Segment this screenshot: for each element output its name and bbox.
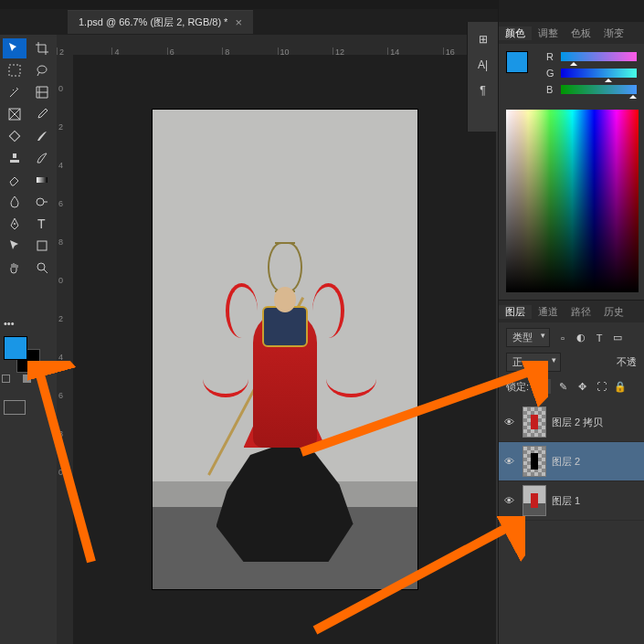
default-colors-icon[interactable] <box>2 375 10 383</box>
ruler-tick: 4 <box>58 161 71 170</box>
color-spectrum[interactable] <box>506 110 639 292</box>
panel-fg-swatch[interactable] <box>506 51 528 73</box>
svg-point-6 <box>14 223 16 225</box>
tab-channels[interactable]: 通道 <box>532 305 565 319</box>
layer-thumbnail[interactable] <box>523 446 546 477</box>
blur-tool[interactable] <box>3 192 26 212</box>
ruler-tick: 2 <box>58 122 71 132</box>
tab-color[interactable]: 颜色 <box>499 26 532 40</box>
layer-item[interactable]: 👁图层 2 <box>499 442 644 481</box>
filter-shape-icon[interactable]: ▭ <box>610 331 625 345</box>
foreground-color-swatch[interactable] <box>4 336 27 360</box>
svg-point-9 <box>37 263 45 270</box>
shape-tool[interactable] <box>30 236 54 256</box>
tool-palette: T ••• <box>0 35 57 644</box>
lock-position-icon[interactable]: ✥ <box>575 379 589 394</box>
type-tool[interactable]: T <box>30 214 54 234</box>
visibility-icon[interactable]: 👁 <box>504 495 517 506</box>
frame-tool[interactable] <box>3 104 26 124</box>
svg-rect-0 <box>9 65 20 76</box>
lock-pixels-icon[interactable]: ✎ <box>555 379 570 394</box>
gradient-tool[interactable] <box>30 170 54 190</box>
ruler-tick: 2 <box>57 48 111 55</box>
ruler-tick: 8 <box>222 48 277 55</box>
tab-paths[interactable]: 路径 <box>565 305 597 319</box>
layer-name: 图层 2 <box>552 455 580 469</box>
g-slider[interactable] <box>561 69 637 78</box>
close-icon[interactable]: × <box>235 16 242 29</box>
document-canvas[interactable] <box>153 110 417 589</box>
dodge-tool[interactable] <box>30 192 54 212</box>
stamp-tool[interactable] <box>3 148 26 168</box>
document-tab[interactable]: 1.psd @ 66.7% (图层 2, RGB/8) * × <box>68 10 253 34</box>
canvas-area[interactable] <box>73 55 496 644</box>
tab-gradients[interactable]: 渐变 <box>597 26 630 40</box>
layer-name: 图层 1 <box>552 494 580 508</box>
healing-tool[interactable] <box>3 126 26 146</box>
svg-point-5 <box>37 198 44 206</box>
tab-swatches[interactable]: 色板 <box>565 26 597 40</box>
slice-tool[interactable] <box>30 82 54 102</box>
ruler-tick: 6 <box>167 48 222 55</box>
svg-point-1 <box>37 66 47 73</box>
pen-tool[interactable] <box>3 214 26 234</box>
b-label: B <box>546 84 555 95</box>
svg-rect-8 <box>37 241 47 250</box>
path-select-tool[interactable] <box>3 236 26 256</box>
layers-panel-tabs: 图层 通道 路径 历史 <box>499 301 644 322</box>
ruler-horizontal: 246810121416 <box>57 35 498 55</box>
b-slider[interactable] <box>561 85 637 94</box>
ruler-tick: 2 <box>58 314 71 323</box>
properties-icon[interactable]: ⊞ <box>479 33 488 46</box>
filter-type-icon[interactable]: T <box>592 331 607 345</box>
paragraph-icon[interactable]: ¶ <box>480 84 485 97</box>
svg-rect-3 <box>9 131 19 141</box>
ruler-tick: 4 <box>111 48 166 55</box>
crop-tool[interactable] <box>30 38 54 58</box>
hand-tool[interactable] <box>3 258 26 278</box>
move-tool[interactable] <box>3 38 26 58</box>
lock-all-icon[interactable]: 🔒 <box>613 379 628 394</box>
wand-tool[interactable] <box>3 82 26 102</box>
layer-item[interactable]: 👁图层 1 <box>499 481 644 521</box>
tab-adjust[interactable]: 调整 <box>532 26 565 40</box>
history-brush-tool[interactable] <box>30 148 54 168</box>
r-slider[interactable] <box>561 52 637 61</box>
ruler-tick: 0 <box>58 84 71 93</box>
ruler-tick: 10 <box>278 48 333 55</box>
lasso-tool[interactable] <box>30 60 54 80</box>
ruler-tick: 8 <box>58 238 71 247</box>
ruler-tick: 0 <box>58 276 71 285</box>
color-panel-tabs: 颜色 调整 色板 渐变 <box>499 22 644 44</box>
lock-transparent-icon[interactable]: ▦ <box>536 379 551 394</box>
eyedropper-tool[interactable] <box>30 104 54 124</box>
ruler-tick: 0 <box>58 468 71 477</box>
tab-history[interactable]: 历史 <box>597 305 630 319</box>
quickmask-icon[interactable] <box>4 400 26 415</box>
color-swatch-control[interactable] <box>4 336 27 360</box>
visibility-icon[interactable]: 👁 <box>504 417 517 428</box>
filter-image-icon[interactable]: ▫ <box>555 331 570 345</box>
opacity-label: 不透 <box>617 355 637 369</box>
swap-colors-icon[interactable] <box>23 375 31 383</box>
visibility-icon[interactable]: 👁 <box>504 456 517 467</box>
svg-rect-4 <box>37 177 48 183</box>
ruler-tick: 6 <box>58 391 71 400</box>
layer-thumbnail[interactable] <box>523 406 546 438</box>
zoom-tool[interactable] <box>30 258 54 278</box>
character-icon[interactable]: A| <box>478 58 488 71</box>
filter-adjust-icon[interactable]: ◐ <box>574 331 588 345</box>
eraser-tool[interactable] <box>3 170 26 190</box>
lock-artboard-icon[interactable]: ⛶ <box>594 379 608 394</box>
layer-item[interactable]: 👁图层 2 拷贝 <box>499 403 644 442</box>
r-label: R <box>546 51 555 62</box>
edit-toolbar-icon[interactable]: ••• <box>4 318 15 329</box>
tab-layers[interactable]: 图层 <box>499 305 532 319</box>
brush-tool[interactable] <box>30 126 54 146</box>
tab-title: 1.psd @ 66.7% (图层 2, RGB/8) * <box>79 16 227 29</box>
blend-mode-select[interactable]: 正 <box>506 353 561 372</box>
layer-thumbnail[interactable] <box>523 485 546 516</box>
ruler-tick: 12 <box>333 48 387 55</box>
layer-filter-kind[interactable]: 类型 <box>506 328 550 347</box>
marquee-tool[interactable] <box>3 60 26 80</box>
